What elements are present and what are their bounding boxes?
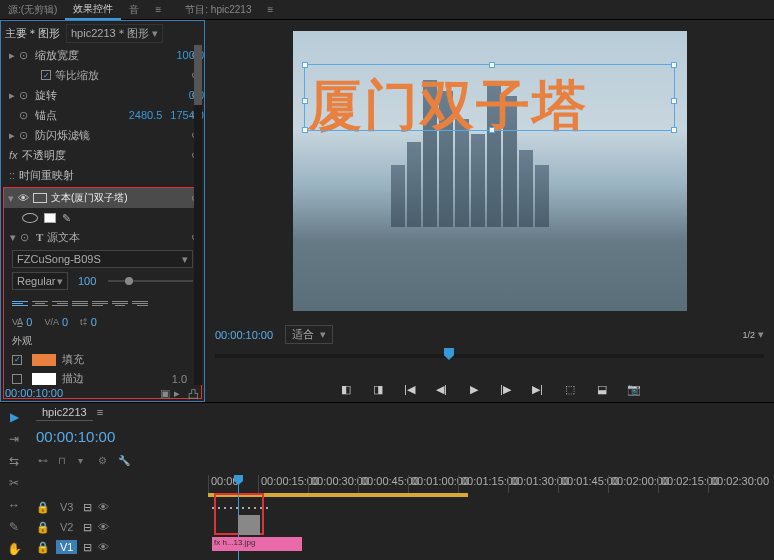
zoom-in-icon[interactable]: 凸 [188,387,200,399]
lock-icon[interactable]: 🔒 [36,541,50,554]
selection-tool[interactable]: ▶ [6,409,22,425]
prop-opacity[interactable]: 不透明度 [22,148,204,163]
track-v3-label[interactable]: V3 [56,500,77,514]
razor-tool[interactable]: ✂ [6,475,22,491]
text-selection-bounds[interactable] [304,64,674,131]
monitor-scrubber[interactable] [205,348,774,376]
stroke-color-swatch[interactable] [32,373,56,385]
lift-button[interactable]: ⬚ [561,380,579,398]
output-icon[interactable]: ⊟ [83,521,92,534]
zoom-nav-icon[interactable]: ▸ [174,387,186,399]
timeline-tab-menu[interactable]: ≡ [97,406,103,418]
text-component-row[interactable]: ▾ 👁 文本(厦门双子塔) ↺ [4,188,201,208]
toggle-icon[interactable]: ▾ [8,192,18,205]
uniform-scale-checkbox[interactable] [41,70,51,80]
hand-tool[interactable]: ✋ [6,541,22,557]
play-button[interactable]: ▶ [465,380,483,398]
font-family-select[interactable]: FZCuSong-B09S▾ [12,250,193,268]
track-v1-label[interactable]: V1 [56,540,77,554]
rect-mask-icon[interactable] [44,213,56,223]
mark-in-button[interactable]: ◧ [337,380,355,398]
step-forward-button[interactable]: |▶ [497,380,515,398]
program-monitor[interactable]: 厦门双子塔 [293,31,687,311]
go-to-out-button[interactable]: ▶| [529,380,547,398]
track-v2-label[interactable]: V2 [56,520,77,534]
stopwatch-icon[interactable]: ⊙ [19,49,31,62]
tab-source[interactable]: 源:(无剪辑) [0,1,65,19]
align-justify-last-center[interactable] [112,296,128,310]
panel-timecode[interactable]: 00:00:10:00 [5,387,63,399]
prop-timeremap[interactable]: 时间重映射 [19,168,204,183]
output-icon[interactable]: ⊟ [83,501,92,514]
tab-effects[interactable]: 效果控件 [65,0,121,20]
eye-icon[interactable]: 👁 [98,501,109,513]
track-v1-header[interactable]: 🔒 V1 ⊟ 👁 [28,537,208,557]
align-center-button[interactable] [32,296,48,310]
anchor-x-value[interactable]: 2480.5 [129,109,163,121]
zoom-out-icon[interactable]: ▣ [160,387,172,399]
graphic-clip[interactable] [238,515,260,535]
timeline-tab[interactable]: hpic2213 [36,404,93,421]
stopwatch-icon[interactable]: ⊙ [19,89,31,102]
align-right-button[interactable] [52,296,68,310]
track-select-tool[interactable]: ⇥ [6,431,22,447]
toggle-icon[interactable]: ▸ [9,129,19,142]
stroke-width-value[interactable]: 1.0 [172,373,187,385]
pen-tool[interactable]: ✎ [6,519,22,535]
pen-mask-icon[interactable]: ✎ [62,212,71,225]
wrench-icon[interactable]: 🔧 [118,455,132,469]
timeline-ruler[interactable]: 00:00 00:00:15:00 00:00:30:00 00:00:45:0… [208,475,774,493]
toggle-icon[interactable]: ▾ [10,231,20,244]
ripple-tool[interactable]: ⇆ [6,453,22,469]
tab-audio[interactable]: 音 [121,1,147,19]
tab-program-menu[interactable]: ≡ [259,2,281,17]
zoom-fit-select[interactable]: 适合 ▾ [285,325,333,344]
fill-color-swatch[interactable] [32,354,56,366]
export-frame-button[interactable]: 📷 [625,380,643,398]
eye-icon[interactable]: 👁 [98,521,109,533]
toggle-icon[interactable]: ▸ [9,49,19,62]
scrollbar-thumb[interactable] [194,45,202,105]
stopwatch-icon[interactable]: ⊙ [20,231,32,244]
slip-tool[interactable]: ↔ [6,497,22,513]
lock-icon[interactable]: 🔒 [36,521,50,534]
fill-checkbox[interactable] [12,355,22,365]
font-size-slider[interactable] [108,280,193,282]
eye-icon[interactable]: 👁 [98,541,109,553]
tab-program[interactable]: 节目: hpic2213 [177,1,259,19]
snap-icon[interactable]: ⊷ [38,455,52,469]
playhead-icon[interactable] [444,348,454,360]
font-style-select[interactable]: Regular▾ [12,272,68,290]
tab-menu-icon[interactable]: ≡ [147,2,169,17]
track-v3-header[interactable]: 🔒 V3 ⊟ 👁 [28,497,208,517]
quality-dropdown[interactable]: ▾ [758,328,764,341]
kerning-value[interactable]: 0 [26,316,32,328]
go-to-in-button[interactable]: |◀ [401,380,419,398]
eye-icon[interactable]: 👁 [18,192,30,204]
extract-button[interactable]: ⬓ [593,380,611,398]
leading-value[interactable]: 0 [91,316,97,328]
tracking-value[interactable]: 0 [62,316,68,328]
toggle-icon[interactable]: ▸ [9,89,19,102]
lock-icon[interactable]: 🔒 [36,501,50,514]
font-size-value[interactable]: 100 [78,275,96,287]
align-justify-button[interactable] [72,296,88,310]
settings-icon[interactable]: ⚙ [98,455,112,469]
align-left-button[interactable] [12,296,28,310]
video-clip[interactable]: fx h...13.jpg [212,537,302,551]
track-v2-header[interactable]: 🔒 V2 ⊟ 👁 [28,517,208,537]
align-justify-last-left[interactable] [92,296,108,310]
monitor-timecode[interactable]: 00:00:10:00 [215,329,273,341]
step-back-button[interactable]: ◀| [433,380,451,398]
stopwatch-icon[interactable]: ⊙ [19,109,31,122]
graphic-clip-tag[interactable]: hpic2213＊图形 ▾ [66,24,163,43]
stopwatch-icon[interactable]: ⊙ [19,129,31,142]
linked-sel-icon[interactable]: ⊓ [58,455,72,469]
timeline-timecode[interactable]: 00:00:10:00 [36,428,115,445]
mark-out-button[interactable]: ◨ [369,380,387,398]
align-justify-last-right[interactable] [132,296,148,310]
ellipse-mask-icon[interactable] [22,213,38,223]
stroke-checkbox[interactable] [12,374,22,384]
marker-icon[interactable]: ▾ [78,455,92,469]
output-icon[interactable]: ⊟ [83,541,92,554]
